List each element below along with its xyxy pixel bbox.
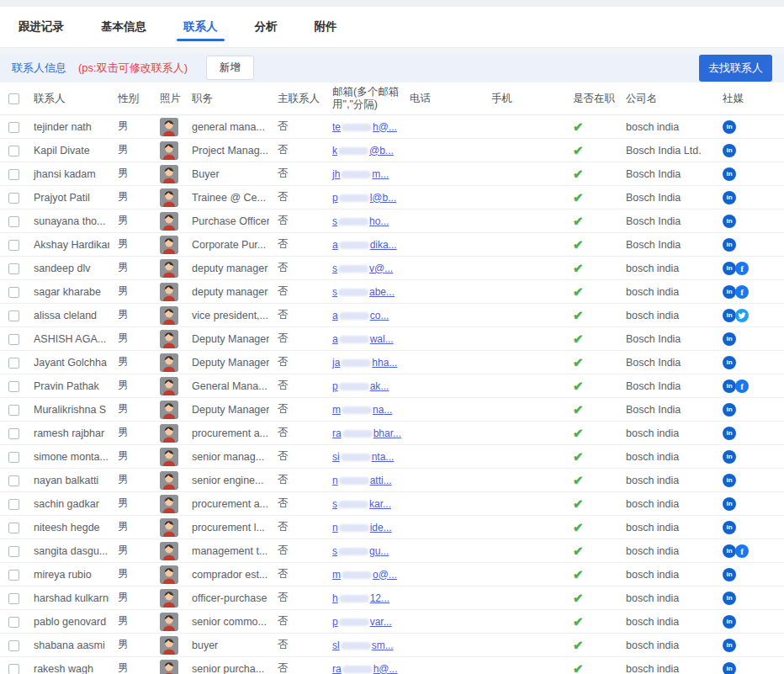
table-row[interactable]: sagar kharabe 男 deputy manager 否 sabe...… [0, 280, 784, 304]
contact-photo-avatar[interactable] [160, 353, 178, 372]
contact-photo-avatar[interactable] [160, 118, 178, 136]
contact-photo-avatar[interactable] [160, 283, 178, 301]
table-row[interactable]: ramesh rajbhar 男 procurement a... 否 rabh… [0, 422, 784, 445]
contact-photo-avatar[interactable] [160, 141, 178, 160]
email-link[interactable]: slsm... [332, 640, 394, 651]
contact-photo-avatar[interactable] [160, 236, 178, 254]
email-link[interactable]: adika... [332, 239, 397, 251]
linkedin-icon[interactable]: in [723, 262, 736, 275]
contact-photo-avatar[interactable] [160, 471, 178, 490]
email-link[interactable]: sinta... [332, 451, 394, 463]
row-checkbox[interactable] [8, 193, 19, 204]
twitter-icon[interactable] [735, 309, 749, 322]
row-checkbox[interactable] [8, 499, 19, 510]
contact-photo-avatar[interactable] [160, 660, 178, 674]
linkedin-icon[interactable]: in [723, 592, 736, 605]
add-contact-button[interactable]: 新增 [206, 56, 254, 80]
row-checkbox[interactable] [8, 358, 19, 369]
contact-photo-avatar[interactable] [160, 518, 178, 537]
find-contacts-button[interactable]: 去找联系人 [699, 55, 772, 82]
linkedin-icon[interactable]: in [723, 285, 736, 299]
linkedin-icon[interactable]: in [723, 238, 736, 252]
facebook-icon[interactable]: f [735, 379, 749, 393]
contact-photo-avatar[interactable] [160, 165, 178, 183]
email-link[interactable]: jhm... [332, 168, 389, 180]
row-checkbox[interactable] [8, 570, 19, 581]
table-row[interactable]: rakesh wagh 男 senior purcha... 否 rah@...… [0, 657, 784, 674]
row-checkbox[interactable] [8, 263, 19, 274]
linkedin-icon[interactable]: in [723, 167, 736, 181]
contact-photo-avatar[interactable] [160, 589, 178, 608]
row-checkbox[interactable] [8, 664, 19, 674]
contact-photo-avatar[interactable] [160, 542, 178, 560]
email-link[interactable]: pl@b... [332, 192, 396, 204]
email-link[interactable]: sgu... [332, 545, 389, 557]
tab-basic-info[interactable]: 基本信息 [101, 7, 146, 47]
row-checkbox[interactable] [8, 240, 19, 251]
table-row[interactable]: sunayana tho... 男 Purchase Officer 否 sho… [0, 210, 784, 233]
table-row[interactable]: simone monta... 男 senior manag... 否 sint… [0, 445, 784, 469]
linkedin-icon[interactable]: in [723, 427, 736, 440]
email-link[interactable]: aco... [332, 310, 389, 321]
row-checkbox[interactable] [8, 381, 19, 392]
linkedin-icon[interactable]: in [723, 615, 736, 629]
contact-photo-avatar[interactable] [160, 613, 178, 631]
table-row[interactable]: shabana aasmi 男 buyer 否 slsm... ✔ bosch … [0, 634, 784, 657]
row-checkbox[interactable] [8, 334, 19, 345]
contact-photo-avatar[interactable] [160, 259, 178, 278]
linkedin-icon[interactable]: in [723, 356, 736, 369]
linkedin-icon[interactable]: in [723, 544, 736, 558]
email-link[interactable]: pvar... [332, 616, 392, 628]
facebook-icon[interactable]: f [735, 544, 749, 558]
linkedin-icon[interactable]: in [723, 215, 736, 228]
contact-photo-avatar[interactable] [160, 212, 178, 231]
row-checkbox[interactable] [8, 546, 19, 557]
email-link[interactable]: natti... [332, 475, 392, 486]
tab-contacts[interactable]: 联系人 [183, 7, 218, 47]
table-row[interactable]: pablo genovard 男 senior commo... 否 pvar.… [0, 610, 784, 634]
email-link[interactable]: sabe... [332, 286, 395, 298]
facebook-icon[interactable]: f [735, 262, 749, 275]
linkedin-icon[interactable]: in [723, 662, 736, 674]
table-row[interactable]: harshad kulkarni 男 officer-purchase 否 h1… [0, 586, 784, 610]
contact-photo-avatar[interactable] [160, 448, 178, 466]
linkedin-icon[interactable]: in [723, 474, 736, 487]
table-row[interactable]: sangita dasgu... 男 management t... 否 sgu… [0, 539, 784, 563]
email-link[interactable]: awal... [332, 333, 394, 345]
linkedin-icon[interactable]: in [723, 497, 736, 511]
email-link[interactable]: nide... [332, 522, 392, 533]
email-link[interactable]: k@b... [332, 145, 394, 157]
table-row[interactable]: Akshay Hardikar 男 Corporate Pur... 否 adi… [0, 233, 784, 257]
table-row[interactable]: mireya rubio 男 comprador est... 否 mo@...… [0, 563, 784, 586]
tab-analysis[interactable]: 分析 [255, 7, 278, 47]
email-link[interactable]: jahha... [332, 357, 397, 369]
row-checkbox[interactable] [8, 617, 19, 628]
email-link[interactable]: sho... [332, 215, 389, 227]
contact-photo-avatar[interactable] [160, 306, 178, 325]
contact-photo-avatar[interactable] [160, 565, 178, 584]
linkedin-icon[interactable]: in [723, 568, 736, 581]
email-link[interactable]: sv@... [332, 263, 393, 274]
linkedin-icon[interactable]: in [723, 332, 736, 346]
select-all-checkbox[interactable] [8, 93, 19, 104]
contact-photo-avatar[interactable] [160, 188, 178, 207]
row-checkbox[interactable] [8, 405, 19, 416]
table-row[interactable]: Jayant Golchha 男 Deputy Manager 否 jahha.… [0, 351, 784, 374]
row-checkbox[interactable] [8, 146, 19, 157]
linkedin-icon[interactable]: in [723, 521, 736, 534]
linkedin-icon[interactable]: in [723, 309, 736, 322]
contact-photo-avatar[interactable] [160, 424, 178, 443]
linkedin-icon[interactable]: in [723, 639, 736, 652]
contact-photo-avatar[interactable] [160, 401, 178, 419]
email-link[interactable]: pak... [332, 380, 389, 392]
contact-photo-avatar[interactable] [160, 495, 178, 513]
row-checkbox[interactable] [8, 122, 19, 133]
linkedin-icon[interactable]: in [723, 379, 736, 393]
table-row[interactable]: Muralikrishna S 男 Deputy Manager 否 mna..… [0, 398, 784, 422]
row-checkbox[interactable] [8, 216, 19, 227]
email-link[interactable]: rabhar... [332, 427, 401, 439]
row-checkbox[interactable] [8, 640, 19, 651]
email-link[interactable]: h12... [332, 592, 389, 604]
table-row[interactable]: jhansi kadam 男 Buyer 否 jhm... ✔ Bosch In… [0, 162, 784, 186]
row-checkbox[interactable] [8, 169, 19, 180]
